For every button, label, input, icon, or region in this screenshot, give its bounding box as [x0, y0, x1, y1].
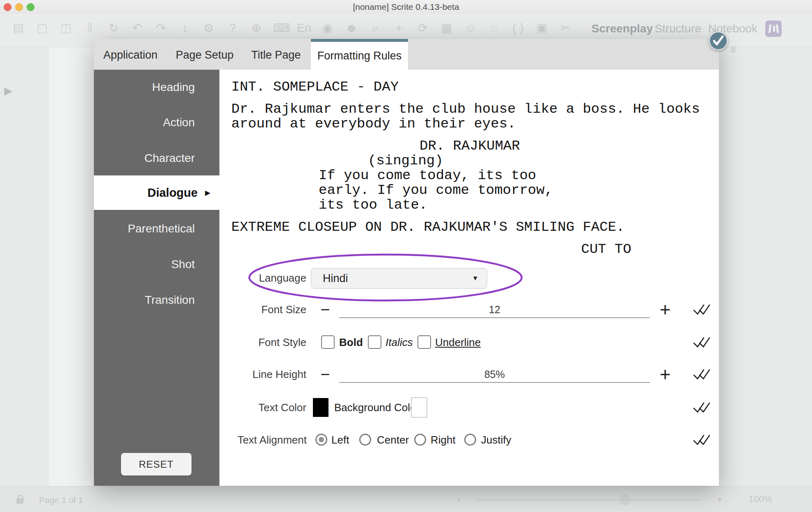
settings-dialog: Application Page Setup Title Page Format…: [94, 39, 719, 486]
text-alignment-label: Text Alignment: [219, 433, 307, 446]
font-size-increase-button[interactable]: +: [656, 299, 674, 320]
line-height-label: Line Height: [219, 368, 306, 381]
preview-character: DR. RAJKUMAR: [420, 139, 717, 153]
underline-checkbox[interactable]: [417, 335, 431, 349]
scrite-logo: [765, 20, 782, 37]
redo-icon[interactable]: ↷: [154, 20, 168, 36]
dialog-tabbar: Application Page Setup Title Page Format…: [94, 39, 719, 70]
formatting-content-panel: INT. SOMEPLACE - DAY Dr. Rajkumar enters…: [219, 70, 719, 486]
apply-alignment-to-all-button[interactable]: [692, 433, 711, 447]
zoom-out-dot-icon[interactable]: [458, 498, 460, 501]
align-justify-radio[interactable]: [464, 434, 476, 446]
tab-title-page[interactable]: Title Page: [251, 39, 301, 70]
done-check-icon: [710, 32, 727, 49]
italics-label: Italics: [385, 336, 413, 349]
font-size-decrease-button[interactable]: −: [316, 300, 334, 319]
sync-icon[interactable]: ↻: [107, 20, 121, 36]
screenplay-preview: INT. SOMEPLACE - DAY Dr. Rajkumar enters…: [231, 80, 717, 257]
background-color-label: Background Color: [334, 401, 420, 414]
comments-icon[interactable]: ◌: [487, 20, 501, 36]
settings-gear-icon[interactable]: ⚙: [202, 20, 216, 36]
bold-label: Bold: [339, 336, 363, 349]
tab-application[interactable]: Application: [103, 39, 157, 70]
tab-page-setup[interactable]: Page Setup: [176, 39, 233, 70]
sidebar-item-heading[interactable]: Heading: [94, 78, 219, 96]
align-justify-label: Justify: [481, 433, 511, 446]
scenes-icon[interactable]: ▦: [440, 20, 454, 36]
line-height-increase-button[interactable]: +: [656, 364, 674, 385]
align-right-label: Right: [431, 433, 456, 446]
reset-button[interactable]: RESET: [121, 453, 192, 476]
align-right-radio[interactable]: [414, 434, 426, 446]
add-scene-icon[interactable]: +: [392, 20, 406, 36]
font-size-track: [339, 317, 650, 318]
sidebar-item-character[interactable]: Character: [94, 149, 219, 167]
preview-parenthetical: (singing): [368, 153, 717, 168]
open-folder-icon[interactable]: ▢: [35, 20, 49, 36]
cut-icon[interactable]: ✂: [559, 20, 573, 36]
sidebar-item-transition[interactable]: Transition: [94, 291, 219, 309]
align-center-radio[interactable]: [359, 434, 371, 446]
save-icon[interactable]: ◫: [59, 20, 73, 36]
camera-icon[interactable]: ▣: [535, 20, 549, 36]
font-style-label: Font Style: [219, 336, 306, 349]
undo-icon[interactable]: ↶: [130, 20, 144, 36]
font-size-label: Font Size: [219, 303, 306, 316]
ruler-mark: 8: [731, 44, 736, 55]
view-tab-screenplay[interactable]: Screenplay: [591, 21, 652, 36]
preview-transition: CUT TO: [581, 242, 717, 257]
text-size-icon[interactable]: ↕: [178, 20, 192, 36]
text-color-label: Text Color: [219, 401, 306, 414]
italics-checkbox[interactable]: [368, 335, 381, 349]
refresh-icon[interactable]: ⟳: [416, 20, 430, 36]
line-height-decrease-button[interactable]: −: [316, 365, 334, 383]
help-icon[interactable]: ?: [226, 20, 239, 36]
sidebar-expand-chevron-icon[interactable]: ▶: [4, 84, 12, 97]
new-document-icon[interactable]: ▤: [11, 20, 25, 36]
preview-dialogue: If you come today, its too early. If you…: [231, 168, 717, 212]
window-title: [noname] Scrite 0.4.13-beta: [0, 0, 812, 14]
background-color-swatch[interactable]: [411, 397, 427, 418]
selected-arrow-icon: ▶: [205, 189, 210, 197]
apply-colors-to-all-button[interactable]: [692, 400, 711, 414]
preview-scene-heading: INT. SOMEPLACE - DAY: [231, 80, 717, 94]
line-height-value: 85%: [339, 368, 650, 380]
zoom-slider-handle[interactable]: [619, 494, 630, 505]
brackets-icon[interactable]: ( ): [511, 20, 525, 36]
export-icon[interactable]: ⇩: [83, 20, 97, 36]
align-center-label: Center: [377, 433, 409, 446]
character-icon[interactable]: ☻: [344, 20, 358, 36]
underline-label: Underline: [435, 336, 481, 349]
search-icon[interactable]: ⌕: [368, 20, 382, 36]
characters-icon[interactable]: ☺: [463, 20, 477, 36]
sidebar-item-parenthetical[interactable]: Parenthetical: [94, 220, 219, 238]
toolbar-icon-strip: ▤ ▢ ◫ ⇩ ↻ ↶ ↷ ↕ ⚙ ? ⊕ ⌨ En ◉ ☻ ⌕ + ⟳ ▦ ☺…: [11, 20, 573, 36]
preview-eye-icon[interactable]: ◉: [321, 20, 335, 36]
apply-line-height-to-all-button[interactable]: [692, 367, 711, 381]
apply-font-size-to-all-button[interactable]: [692, 303, 711, 316]
align-left-radio[interactable]: [315, 434, 327, 446]
bold-checkbox[interactable]: [321, 335, 335, 349]
align-left-label: Left: [331, 433, 349, 446]
done-button[interactable]: [709, 31, 728, 50]
zoom-level: 100%: [749, 494, 772, 505]
sidebar-item-shot[interactable]: Shot: [94, 255, 219, 273]
globe-icon[interactable]: ⊕: [249, 20, 263, 36]
sidebar-item-dialogue-selected[interactable]: Dialogue ▶: [94, 175, 219, 210]
element-type-sidebar: Heading Action Character Dialogue ▶ Pare…: [94, 70, 219, 486]
sidebar-item-action[interactable]: Action: [94, 114, 219, 132]
purple-annotation-ellipse: [246, 252, 525, 303]
apply-font-style-to-all-button[interactable]: [692, 335, 711, 349]
view-tab-structure[interactable]: Structure: [655, 21, 701, 36]
page-indicator: Page 1 of 1: [39, 494, 83, 506]
line-height-track: [339, 382, 650, 383]
keyboard-icon[interactable]: ⌨: [273, 20, 287, 36]
text-color-swatch[interactable]: [313, 398, 328, 417]
tab-formatting-rules[interactable]: Formatting Rules: [311, 39, 408, 70]
preview-action: Dr. Rajkumar enters the club house like …: [231, 102, 717, 131]
zoom-slider-track[interactable]: [477, 499, 702, 501]
language-en-badge[interactable]: En: [297, 20, 311, 36]
zoom-in-icon[interactable]: +: [717, 494, 723, 505]
preview-shot-line: EXTREME CLOSEUP ON DR. RAJKUMAR'S SMILIN…: [231, 220, 717, 234]
font-size-value: 12: [339, 303, 650, 316]
